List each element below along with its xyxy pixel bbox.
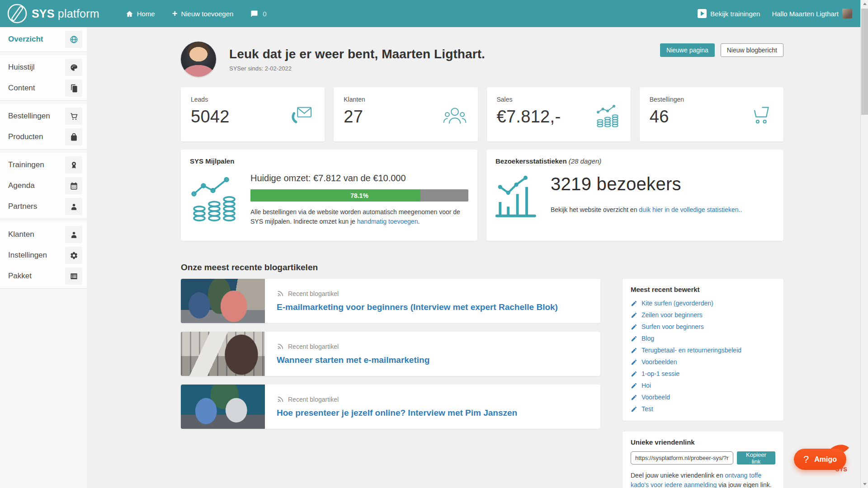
- recently-edited-link[interactable]: Terugbetaal- en retourneringsbeleid: [642, 347, 741, 354]
- user-avatar: [842, 9, 852, 19]
- milestone-progress-bar: 78.1%: [250, 189, 468, 202]
- sidebar-item-content[interactable]: Content: [0, 78, 87, 99]
- article-tag-label: Recent blogartikel: [288, 290, 339, 297]
- person-icon: [65, 198, 82, 215]
- recently-edited-item[interactable]: Zeilen voor beginners: [631, 309, 775, 321]
- recently-edited-item[interactable]: Test: [631, 403, 775, 415]
- blog-article[interactable]: Recent blogartikel Wanneer starten met e…: [181, 332, 600, 376]
- pencil-icon: [631, 359, 637, 366]
- blog-article[interactable]: Recent blogartikel Hoe presenteer je jez…: [181, 385, 600, 429]
- nav-home[interactable]: Home: [126, 10, 155, 18]
- sidebar-item-bestellingen[interactable]: Bestellingen: [0, 106, 87, 127]
- sidebar-item-huisstijl[interactable]: Huisstijl: [0, 57, 87, 78]
- sidebar-item-instellingen[interactable]: Instellingen: [0, 245, 87, 266]
- brand-name: SYS platform: [32, 7, 99, 20]
- recently-edited-item[interactable]: Blog: [631, 333, 775, 344]
- current-revenue: Huidige omzet: €7.812 van de €10.000: [250, 173, 468, 183]
- new-blogpost-button[interactable]: Nieuw blogbericht: [721, 43, 783, 57]
- chat-count: 0: [263, 10, 266, 18]
- nav-chat[interactable]: 0: [250, 10, 266, 18]
- manual-revenue-link[interactable]: handmatig toevoegen: [357, 218, 418, 225]
- palette-icon: [65, 59, 82, 76]
- recently-edited-card: Meest recent bewerkt Kite surfen (gevord…: [623, 279, 783, 421]
- sidebar-item-trainingen[interactable]: Trainingen: [0, 155, 87, 175]
- cart-icon: [747, 103, 774, 130]
- scrollbar-thumb[interactable]: [861, 9, 868, 115]
- recently-edited-link[interactable]: Surfen voor beginners: [642, 323, 704, 330]
- navbar-right: Bekijk trainingen Hallo Maarten Ligthart: [698, 9, 852, 19]
- blog-article[interactable]: Recent blogartikel E-mailmarketing voor …: [181, 279, 600, 323]
- gear-icon: [65, 247, 82, 264]
- pencil-icon: [631, 347, 637, 354]
- article-thumbnail: [181, 385, 265, 429]
- sidebar-item-pakket[interactable]: Pakket: [0, 266, 87, 286]
- sidebar-item-producten[interactable]: Producten: [0, 127, 87, 147]
- sidebar: Overzicht Huisstijl Content: [0, 27, 87, 488]
- main-content: Leuk dat je er weer bent, Maarten Ligtha…: [87, 27, 860, 488]
- recently-edited-item[interactable]: Surfen voor beginners: [631, 321, 775, 333]
- friend-link-title: Unieke vriendenlink: [631, 438, 775, 446]
- full-statistics-link[interactable]: duik hier in de volledige statistieken..: [639, 206, 742, 213]
- sidebar-item-klanten[interactable]: Klanten: [0, 224, 87, 245]
- recently-edited-list: Kite surfen (gevorderden)Zeilen voor beg…: [631, 297, 775, 415]
- pages-icon: [65, 80, 82, 97]
- profile-avatar: [181, 42, 216, 77]
- plus-icon: +: [172, 9, 178, 18]
- sidebar-item-partners[interactable]: Partners: [0, 196, 87, 217]
- user-greeting: Hallo Maarten Ligthart: [772, 10, 839, 18]
- recently-edited-link[interactable]: Test: [642, 405, 653, 413]
- recently-edited-link[interactable]: Blog: [642, 335, 654, 342]
- milestone-note: Alle bestellingen via de website worden …: [250, 207, 467, 226]
- rss-icon: [277, 396, 284, 403]
- sys-logo-icon: [6, 3, 28, 24]
- blog-articles-list: Recent blogartikel E-mailmarketing voor …: [181, 279, 600, 437]
- stat-card-klanten: Klanten 27: [334, 87, 477, 141]
- nav-add-new[interactable]: + Nieuw toevoegen: [172, 9, 234, 18]
- coins-chart-icon: [594, 103, 621, 130]
- article-tag-label: Recent blogartikel: [288, 396, 339, 403]
- welcome-section: Leuk dat je er weer bent, Maarten Ligtha…: [181, 41, 783, 78]
- home-icon: [126, 10, 133, 18]
- sidebar-item-agenda[interactable]: Agenda: [0, 175, 87, 196]
- friend-link-input[interactable]: [631, 451, 733, 465]
- recently-edited-link[interactable]: Voorbeeld: [642, 394, 670, 401]
- stat-card-sales: Sales €7.812,-: [487, 87, 631, 141]
- new-page-button[interactable]: Nieuwe pagina: [660, 43, 715, 57]
- second-row: SYS Mijlpalen Huidige omzet: €7.812 van …: [181, 150, 783, 241]
- recently-edited-link[interactable]: 1-op-1 sessie: [642, 370, 679, 377]
- article-title[interactable]: Hoe presenteer je jezelf online? Intervi…: [277, 408, 517, 418]
- article-title[interactable]: Wanneer starten met e-mailmarketing: [277, 355, 429, 365]
- nav-user[interactable]: Hallo Maarten Ligthart: [772, 9, 852, 19]
- sidebar-group: Bestellingen Producten: [0, 104, 87, 150]
- pencil-icon: [631, 371, 637, 377]
- recently-edited-item[interactable]: 1-op-1 sessie: [631, 368, 775, 380]
- recently-edited-link[interactable]: Kite surfen (gevorderden): [642, 300, 713, 307]
- page-scrollbar[interactable]: [860, 0, 868, 488]
- recently-edited-link[interactable]: Hoi: [642, 382, 651, 389]
- table-icon: [65, 267, 82, 285]
- recently-edited-link[interactable]: Voorbeelden: [642, 358, 677, 366]
- pencil-icon: [631, 382, 637, 389]
- recently-edited-title: Meest recent bewerkt: [631, 286, 775, 293]
- milestones-title: SYS Mijlpalen: [190, 157, 468, 165]
- pencil-icon: [631, 335, 637, 342]
- recently-edited-item[interactable]: Voorbeelden: [631, 356, 775, 368]
- scroll-up-arrow[interactable]: [861, 0, 868, 8]
- visitors-count: 3219 bezoekers: [551, 174, 742, 194]
- amigo-help-button[interactable]: ? Amigo: [794, 449, 846, 470]
- article-title[interactable]: E-mailmarketing voor beginners (Intervie…: [277, 302, 558, 312]
- recently-edited-item[interactable]: Kite surfen (gevorderden): [631, 297, 775, 309]
- recently-edited-item[interactable]: Hoi: [631, 380, 775, 391]
- nav-view-trainings[interactable]: Bekijk trainingen: [698, 9, 760, 18]
- bar-chart-icon: [495, 169, 537, 224]
- recently-edited-item[interactable]: Voorbeeld: [631, 391, 775, 403]
- scroll-down-arrow[interactable]: [861, 480, 868, 488]
- mail-phone-icon: [288, 103, 315, 130]
- recently-edited-link[interactable]: Zeilen voor beginners: [642, 311, 703, 319]
- brand-logo[interactable]: SYS platform: [6, 3, 99, 24]
- friend-link-note: Deel jouw unieke vriendenlink en ontvang…: [631, 471, 775, 488]
- sidebar-item-overzicht[interactable]: Overzicht: [0, 29, 87, 50]
- recently-edited-item[interactable]: Terugbetaal- en retourneringsbeleid: [631, 344, 775, 356]
- pencil-icon: [631, 300, 637, 307]
- copy-link-button[interactable]: Kopieer link: [737, 451, 775, 465]
